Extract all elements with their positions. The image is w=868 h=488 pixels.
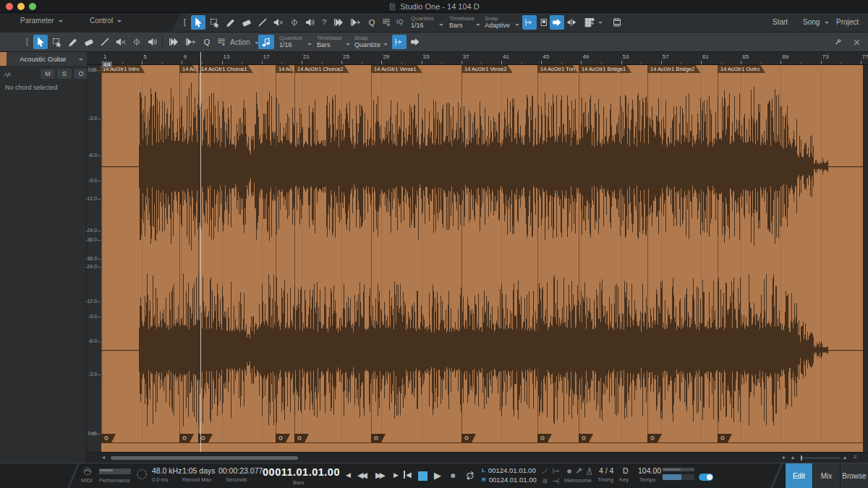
zoom-slider-track[interactable] [800, 458, 841, 458]
listen-tool-button[interactable] [303, 15, 318, 30]
loop-follow-button[interactable]: Q [365, 15, 379, 30]
overdub-button[interactable]: O [74, 69, 88, 79]
editor-settings-button[interactable] [830, 35, 845, 49]
view-edit-button[interactable]: Edit [785, 463, 812, 488]
zero-crossing-button[interactable] [424, 35, 438, 49]
range-tool-button[interactable] [208, 15, 222, 30]
seconds-value[interactable]: 00:00:23.077 [218, 466, 263, 475]
output-toggle[interactable] [699, 474, 713, 481]
scroll-right-icon[interactable]: ▸ [783, 454, 786, 461]
quantize-combo[interactable]: Quantize 1/16 [411, 15, 434, 30]
play-from-start-button[interactable] [331, 15, 346, 30]
track-selector[interactable]: Acoustic Guitar [0, 52, 87, 66]
region-tab[interactable]: 14 AcGtr1 Outro [718, 65, 765, 73]
input-quantize-toggle[interactable]: IQ [396, 18, 404, 25]
region-tab[interactable]: 14 AcGtr1 Verse1 [371, 65, 422, 73]
pencil-tool-button[interactable] [66, 35, 80, 49]
arrow-tool-button[interactable] [191, 15, 205, 30]
play-from-cursor-button[interactable] [348, 15, 362, 30]
settings-gear-icon[interactable] [541, 477, 549, 485]
region-tab[interactable]: 14 AcGtr1 Bridge2 [647, 65, 700, 73]
fast-forward-button[interactable]: ▶▶ [375, 471, 383, 480]
volume-slider[interactable] [663, 474, 694, 480]
chevron-down-icon[interactable] [439, 24, 443, 28]
count-in-icon[interactable] [566, 468, 573, 475]
previous-marker-button[interactable]: ◀ [346, 471, 351, 479]
rewind-button[interactable]: ◀◀ [357, 471, 365, 480]
waveform-canvas[interactable] [101, 65, 868, 452]
range-tool-button[interactable] [50, 35, 64, 49]
edit-cursor[interactable] [200, 52, 201, 452]
zoom-menu-icon[interactable]: ≡ [854, 454, 857, 461]
mute-tool-button[interactable] [114, 35, 128, 49]
quantize-combo[interactable]: Quantize 1/16 [279, 35, 302, 49]
tempo-value[interactable]: 104.00 [638, 466, 661, 475]
bars-position-display[interactable]: 00011.01.01.00 [263, 466, 340, 478]
arrow-tool-button[interactable] [33, 35, 48, 49]
mute-tool-button[interactable] [271, 15, 286, 30]
page-project-button[interactable]: Project [836, 18, 859, 26]
bend-tool-button[interactable] [287, 15, 302, 30]
parameter-dropdown[interactable]: Parameter [20, 17, 63, 25]
autoscroll-button[interactable] [522, 15, 537, 30]
chevron-down-icon[interactable] [515, 24, 519, 28]
loop-follow-button[interactable]: Q [200, 35, 214, 49]
snap-combo[interactable]: Snap Adaptive [485, 15, 510, 30]
eraser-tool-button[interactable] [239, 15, 254, 30]
region-tab[interactable]: 14 AcGtr1 Verse2 [461, 65, 513, 73]
play-button[interactable]: ▶ [434, 470, 441, 481]
mute-button[interactable]: M [41, 69, 55, 79]
metronome-icon[interactable] [585, 467, 594, 476]
listen-tool-button[interactable] [145, 35, 160, 49]
page-start-button[interactable]: Start [773, 18, 788, 26]
video-track-button[interactable] [610, 15, 624, 30]
region-tab[interactable]: 14 AcGtr1 Bridge1 [579, 65, 631, 73]
timeline-ruler[interactable]: 1591317212529333741454953576165697377 [87, 52, 868, 65]
close-editor-button[interactable] [849, 35, 864, 49]
page-song-button[interactable]: Song [803, 18, 820, 26]
metronome-setup-icon[interactable] [575, 467, 583, 475]
loop-button[interactable] [464, 470, 476, 481]
play-from-cursor-button[interactable] [183, 35, 197, 49]
view-browse-button[interactable]: Browse [840, 463, 868, 488]
time-signature-value[interactable]: 4 / 4 [599, 466, 613, 475]
paint-tool-button[interactable] [98, 35, 112, 49]
zoom-in-icon[interactable]: ▴ [843, 454, 846, 461]
bend-tool-button[interactable] [129, 35, 144, 49]
horizontal-scrollbar[interactable]: ◂ ▸ ▴ ▴ ≡ [87, 452, 868, 463]
view-mix-button[interactable]: Mix [812, 463, 840, 488]
macros-button[interactable] [379, 15, 393, 30]
chevron-down-icon[interactable] [825, 22, 829, 26]
cursor-split-button[interactable] [564, 15, 579, 30]
punch-in-icon[interactable] [552, 467, 560, 475]
solo-button[interactable]: S [57, 69, 72, 79]
waveform-view-button[interactable] [537, 15, 551, 30]
control-dropdown[interactable]: Control [90, 17, 122, 25]
autoscroll-button[interactable] [392, 35, 407, 49]
region-tab[interactable]: 14 AcGtr1 Turna [537, 65, 578, 73]
snap-combo[interactable]: Snap Quantize [354, 35, 380, 49]
region-tab[interactable]: 14 AcGtr1 Chorus2 [294, 65, 349, 73]
chevron-down-icon[interactable] [383, 43, 388, 48]
loop-start-row[interactable]: L 00124.01.01.00 [482, 466, 536, 474]
loop-end-row[interactable]: R 00124.01.01.00 [482, 476, 537, 484]
key-value[interactable]: D [623, 466, 629, 475]
pencil-tool-button[interactable] [224, 15, 238, 30]
zoom-out-icon[interactable]: ▴ [791, 454, 794, 461]
paint-tool-button[interactable] [255, 15, 270, 30]
record-button[interactable]: ● [450, 469, 456, 481]
macros-button[interactable] [214, 35, 229, 49]
time-signature-marker[interactable]: 4/4 [102, 61, 112, 68]
stop-button[interactable] [418, 471, 427, 481]
grid-view-button[interactable] [582, 15, 597, 30]
eraser-tool-button[interactable] [82, 35, 96, 49]
timebase-combo[interactable]: Timebase Bars [449, 15, 475, 30]
preroll-icon[interactable] [541, 467, 549, 475]
waveform-zoom-icon[interactable] [4, 70, 12, 79]
timebase-combo[interactable]: Timebase Bars [317, 35, 342, 49]
chevron-down-icon[interactable] [598, 22, 603, 26]
return-to-start-button[interactable]: ◀ [404, 471, 412, 479]
help-button[interactable]: ? [317, 15, 331, 30]
quantize-note-button[interactable] [258, 35, 274, 49]
punch-out-icon[interactable] [552, 477, 560, 485]
